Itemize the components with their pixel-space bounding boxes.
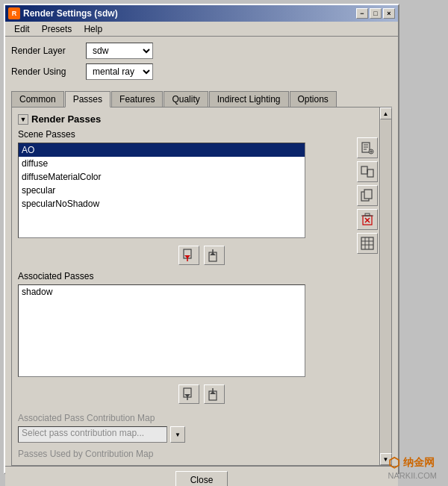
connect-icon (361, 165, 374, 178)
list-item[interactable]: specular (19, 184, 305, 197)
main-content: ▼ Render Passes Scene Passes AO diffuse … (11, 108, 392, 466)
assoc-move-up-icon (207, 387, 222, 402)
scene-passes-list[interactable]: AO diffuse diffuseMaterialColor specular… (18, 143, 305, 238)
scene-passes-label: Scene Passes (18, 129, 385, 140)
menu-presets[interactable]: Presets (36, 22, 78, 36)
bottom-watermark: ⬡ 纳金网 NARKII.COM (388, 455, 437, 480)
scrollbar[interactable]: ▲ ▼ (379, 108, 391, 465)
watermark-line2: NARKII.COM (388, 471, 437, 480)
title-bar: R Render Settings (sdw) − □ × (5, 5, 398, 22)
render-using-row: Render Using mental ray (11, 63, 392, 80)
icon-btn-connect[interactable] (357, 161, 378, 182)
list-item[interactable]: shadow (19, 285, 305, 299)
contribution-select-row: Select pass contribution map... ▼ (18, 426, 385, 443)
render-layer-label: Render Layer (11, 46, 86, 56)
move-up-button[interactable] (204, 246, 225, 265)
collapse-button[interactable]: ▼ (18, 114, 28, 125)
icon-btn-table[interactable] (357, 233, 378, 254)
scroll-track[interactable] (381, 119, 391, 453)
tab-features[interactable]: Features (111, 91, 163, 108)
render-using-select[interactable]: mental ray (86, 63, 153, 80)
move-down-icon (181, 248, 196, 263)
svg-rect-16 (365, 214, 370, 216)
list-item[interactable]: diffuseMaterialColor (19, 170, 305, 184)
assoc-move-down-icon (181, 387, 196, 402)
new-pass-icon (361, 141, 374, 155)
render-layer-select[interactable]: sdw (86, 43, 153, 59)
main-window: R Render Settings (sdw) − □ × Edit Prese… (4, 4, 399, 474)
assoc-move-down-button[interactable] (178, 384, 199, 404)
close-button-title[interactable]: × (383, 8, 395, 19)
render-layer-row: Render Layer sdw (11, 43, 392, 59)
maximize-button[interactable]: □ (370, 8, 382, 19)
scene-passes-buttons (18, 246, 385, 265)
svg-rect-7 (361, 166, 367, 174)
title-bar-left: R Render Settings (sdw) (8, 7, 118, 19)
move-down-button[interactable] (178, 246, 199, 265)
move-up-icon (207, 248, 222, 263)
form-area: Render Layer sdw Render Using mental ray (5, 37, 398, 90)
menu-bar: Edit Presets Help (5, 22, 398, 37)
icon-btn-delete[interactable] (357, 209, 378, 230)
associated-passes-list[interactable]: shadow (18, 284, 305, 377)
tab-indirect-lighting[interactable]: Indirect Lighting (209, 91, 289, 108)
close-bar: Close (5, 466, 398, 486)
section-title: Render Passes (31, 113, 101, 125)
tabs: Common Passes Features Quality Indirect … (11, 90, 392, 108)
minimize-button[interactable]: − (356, 8, 368, 19)
app-icon: R (8, 7, 20, 19)
title-buttons: − □ × (356, 8, 395, 19)
list-item[interactable]: specularNoShadow (19, 197, 305, 211)
passes-used-label: Passes Used by Contribution Map (18, 449, 385, 459)
svg-rect-17 (361, 237, 373, 249)
contribution-section: Associated Pass Contribution Map Select … (18, 413, 385, 459)
svg-rect-11 (364, 190, 372, 199)
table-icon (361, 237, 374, 250)
close-button[interactable]: Close (175, 471, 228, 486)
associated-passes-buttons (18, 384, 385, 404)
tabs-container: Common Passes Features Quality Indirect … (5, 90, 398, 108)
menu-help[interactable]: Help (78, 22, 108, 36)
menu-edit[interactable]: Edit (8, 22, 36, 36)
tab-common[interactable]: Common (11, 91, 64, 108)
render-using-label: Render Using (11, 66, 86, 77)
icon-btn-copy[interactable] (357, 185, 378, 206)
scroll-up-button[interactable]: ▲ (380, 108, 392, 119)
list-item[interactable]: AO (19, 143, 305, 157)
contribution-select[interactable]: Select pass contribution map... (18, 426, 167, 443)
delete-icon (361, 213, 374, 226)
window-title: Render Settings (sdw) (23, 8, 118, 19)
right-icons (357, 137, 378, 254)
assoc-move-up-button[interactable] (204, 384, 225, 404)
tab-quality[interactable]: Quality (164, 91, 208, 108)
associated-passes-label: Associated Passes (18, 271, 385, 281)
list-item[interactable]: diffuse (19, 157, 305, 170)
watermark-line1: 纳金网 (403, 456, 435, 470)
svg-rect-8 (367, 169, 373, 177)
contribution-dropdown-arrow[interactable]: ▼ (170, 426, 185, 443)
contribution-label: Associated Pass Contribution Map (18, 413, 385, 423)
copy-icon (361, 189, 374, 202)
tab-options[interactable]: Options (290, 91, 337, 108)
tab-passes[interactable]: Passes (65, 91, 111, 108)
section-header: ▼ Render Passes (18, 113, 385, 125)
icon-btn-new[interactable] (357, 137, 378, 158)
